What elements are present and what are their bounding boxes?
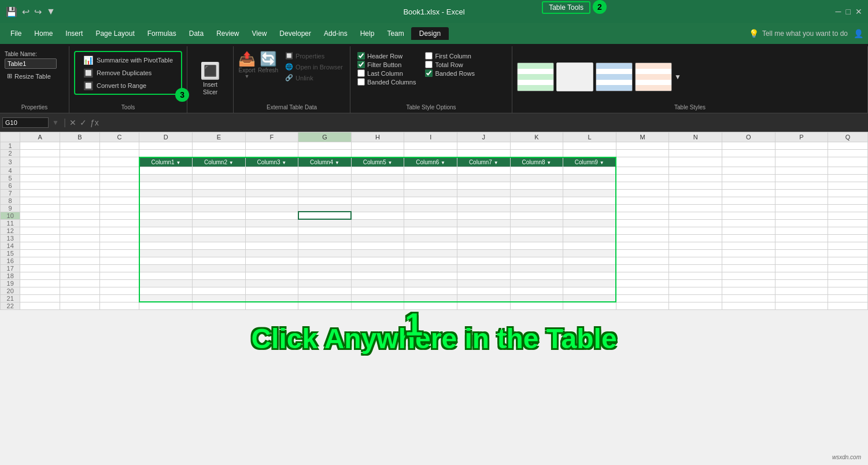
menu-file[interactable]: File — [5, 27, 27, 40]
cell-row6-col9[interactable] — [457, 182, 510, 189]
table-style-swatch-2[interactable] — [556, 62, 593, 91]
maximize-icon[interactable]: □ — [846, 7, 851, 16]
cell-row14-col3[interactable] — [139, 242, 193, 249]
cell-row7-col13[interactable] — [669, 189, 722, 197]
cell-row22-col16[interactable] — [828, 302, 868, 309]
cell-row11-col2[interactable] — [99, 219, 139, 227]
cell-row18-col15[interactable] — [775, 272, 828, 279]
cell-row17-col3[interactable] — [139, 264, 193, 272]
cell-row19-col9[interactable] — [457, 279, 510, 287]
cell-row5-col14[interactable] — [722, 174, 775, 182]
cell-row1-col6[interactable] — [298, 142, 352, 150]
cell-row21-col5[interactable] — [245, 294, 298, 302]
cell-row16-col1[interactable] — [60, 257, 100, 264]
cell-row19-col11[interactable] — [563, 279, 616, 287]
cell-row17-col11[interactable] — [563, 264, 616, 272]
col-head-O[interactable]: O — [722, 132, 775, 142]
cell-row10-col10[interactable] — [510, 212, 563, 219]
cell-row15-col1[interactable] — [60, 249, 100, 257]
header-row-option[interactable]: Header Row — [357, 52, 416, 60]
cell-row22-col15[interactable] — [775, 302, 828, 309]
cell-row12-col15[interactable] — [775, 227, 828, 234]
cell-row14-col1[interactable] — [60, 242, 100, 249]
cell-row10-col15[interactable] — [775, 212, 828, 219]
total-row-option[interactable]: Total Row — [425, 61, 483, 68]
cell-row6-col5[interactable] — [245, 182, 298, 189]
redo-icon[interactable]: ↪ — [34, 6, 42, 17]
cell-row7-col4[interactable] — [193, 189, 246, 197]
cell-row12-col11[interactable] — [563, 227, 616, 234]
col-head-C[interactable]: C — [99, 132, 139, 142]
cell-row14-col14[interactable] — [722, 242, 775, 249]
cell-row1-col14[interactable] — [722, 142, 775, 150]
cell-row22-col14[interactable] — [722, 302, 775, 309]
cell-row13-col14[interactable] — [722, 234, 775, 242]
cell-row1-col2[interactable] — [99, 142, 139, 150]
formula-input[interactable] — [101, 117, 866, 128]
cell-row8-col8[interactable] — [404, 197, 457, 204]
cell-row8-col1[interactable] — [60, 197, 100, 204]
cell-row9-col0[interactable] — [20, 204, 60, 212]
cell-row21-col1[interactable] — [60, 294, 100, 302]
cell-row9-col13[interactable] — [669, 204, 722, 212]
cell-row19-col15[interactable] — [775, 279, 828, 287]
export-button[interactable]: 📤 Export ▼ — [238, 51, 256, 79]
cell-row2-col16[interactable] — [828, 150, 868, 157]
cell-row18-col14[interactable] — [722, 272, 775, 279]
cell-row16-col16[interactable] — [828, 257, 868, 264]
cell-row18-col3[interactable] — [139, 272, 193, 279]
cell-row8-col2[interactable] — [99, 197, 139, 204]
cell-row14-col13[interactable] — [669, 242, 722, 249]
cell-row5-col8[interactable] — [404, 174, 457, 182]
cell-row5-col12[interactable] — [616, 174, 669, 182]
cell-row13-col5[interactable] — [245, 234, 298, 242]
cell-row10-col7[interactable] — [351, 212, 404, 219]
cell-row11-col10[interactable] — [510, 219, 563, 227]
cell-row18-col9[interactable] — [457, 272, 510, 279]
cell-row20-col2[interactable] — [99, 287, 139, 294]
cell-row1-col0[interactable] — [20, 142, 60, 150]
cell-row22-col12[interactable] — [616, 302, 669, 309]
cell-row17-col6[interactable] — [298, 264, 352, 272]
col-head-K[interactable]: K — [510, 132, 563, 142]
cell-row17-col12[interactable] — [616, 264, 669, 272]
cell-row15-col13[interactable] — [669, 249, 722, 257]
menu-data[interactable]: Data — [183, 27, 209, 40]
cell-row10-col4[interactable] — [193, 212, 246, 219]
menu-review[interactable]: Review — [210, 27, 245, 40]
cell-row18-col13[interactable] — [669, 272, 722, 279]
cell-row9-col16[interactable] — [828, 204, 868, 212]
cell-row6-col7[interactable] — [351, 182, 404, 189]
cell-row1-col9[interactable] — [457, 142, 510, 150]
cell-row13-col10[interactable] — [510, 234, 563, 242]
cell-row12-col2[interactable] — [99, 227, 139, 234]
cell-row21-col2[interactable] — [99, 294, 139, 302]
cell-row2-col6[interactable] — [298, 150, 352, 157]
cell-row10-col6[interactable] — [298, 212, 352, 219]
cell-row19-col7[interactable] — [351, 279, 404, 287]
cell-row14-col0[interactable] — [20, 242, 60, 249]
cell-row5-col0[interactable] — [20, 174, 60, 182]
cell-row19-col2[interactable] — [99, 279, 139, 287]
cell-row21-col0[interactable] — [20, 294, 60, 302]
cell-row18-col4[interactable] — [193, 272, 246, 279]
cell-row20-col15[interactable] — [775, 287, 828, 294]
cell-row12-col6[interactable] — [298, 227, 352, 234]
cell-row12-col5[interactable] — [245, 227, 298, 234]
cell-row9-col6[interactable] — [298, 204, 352, 212]
cell-row5-col1[interactable] — [60, 174, 100, 182]
cell-row15-col7[interactable] — [351, 249, 404, 257]
cell-row18-col6[interactable] — [298, 272, 352, 279]
cell-row5-col3[interactable] — [139, 174, 193, 182]
cell-row10-col1[interactable] — [60, 212, 100, 219]
table-style-swatch-1[interactable] — [517, 62, 554, 91]
cell-row16-col6[interactable] — [298, 257, 352, 264]
cell-row15-col4[interactable] — [193, 249, 246, 257]
cell-row2-col14[interactable] — [722, 150, 775, 157]
cell-row4-col9[interactable] — [457, 167, 510, 174]
col-head-H[interactable]: H — [351, 132, 404, 142]
menu-addins[interactable]: Add-ins — [318, 27, 353, 40]
menu-page-layout[interactable]: Page Layout — [90, 27, 140, 40]
cell-row16-col0[interactable] — [20, 257, 60, 264]
cell-row12-col12[interactable] — [616, 227, 669, 234]
